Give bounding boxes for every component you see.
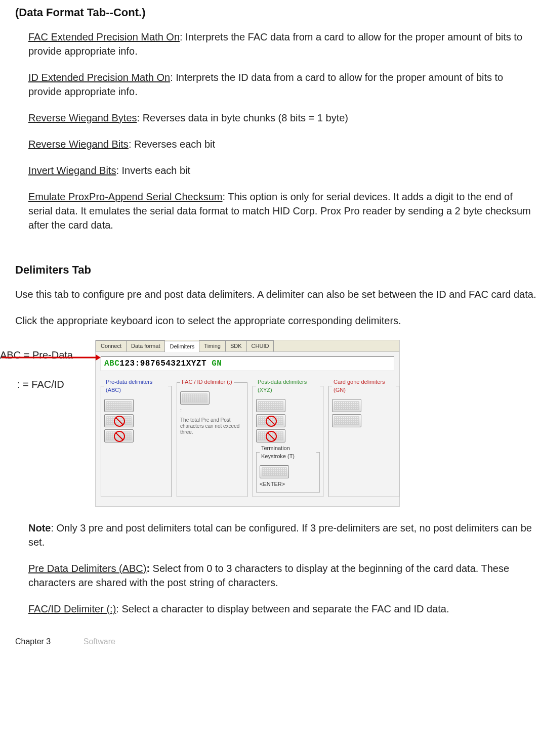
- page-footer: Chapter 3 Software: [15, 636, 539, 647]
- def-emulate: Emulate ProxPro-Append Serial Checksum: …: [28, 190, 539, 232]
- facid-note: The total Pre and Post characters can no…: [180, 417, 241, 435]
- term-inv-bits: Invert Wiegand Bits: [28, 165, 116, 176]
- tab-sdk[interactable]: SDK: [225, 340, 247, 351]
- text-rev-bits: : Reverses each bit: [129, 139, 215, 150]
- def-facid-delim: FAC/ID Delimiter (:): Select a character…: [28, 602, 539, 616]
- display-t: T: [201, 359, 206, 368]
- heading-delimiters-tab: Delimiters Tab: [15, 262, 539, 278]
- legend-card-gone: Card gone delimiters (GN): [332, 378, 396, 394]
- display-abc: ABC: [104, 359, 119, 368]
- term-facid-delim: FAC/ID Delimiter (:): [28, 603, 116, 614]
- def-inv-bits: Invert Wiegand Bits: Inverts each bit: [28, 163, 539, 177]
- display-colon: :: [135, 359, 140, 368]
- keyboard-disabled-icon[interactable]: [104, 414, 134, 427]
- legend-termination: Termination Keystroke (T): [260, 444, 316, 460]
- term-fac-ext: FAC Extended Precision Math On: [28, 31, 180, 42]
- term-id-ext: ID Extended Precision Math On: [28, 72, 170, 83]
- term-rev-bits: Reverse Wiegand Bits: [28, 139, 129, 150]
- display-gn: GN: [206, 359, 222, 368]
- keyboard-icon[interactable]: [260, 465, 289, 478]
- tab-delimiters[interactable]: Delimiters: [164, 341, 199, 352]
- tab-connect[interactable]: Connect: [96, 340, 127, 351]
- text-rev-bytes: : Reverses data in byte chunks (8 bits =…: [137, 112, 348, 123]
- legend-pre-data: Pre-data delimiters (ABC): [104, 378, 168, 394]
- heading-data-format-cont: (Data Format Tab--Cont.): [15, 5, 539, 21]
- note-text: : Only 3 pre and post delimiters total c…: [28, 522, 532, 548]
- display-xyz: XYZ: [186, 359, 201, 368]
- keyboard-icon[interactable]: [332, 414, 361, 427]
- group-card-gone: Card gone delimiters (GN): [328, 378, 399, 497]
- def-id-ext: ID Extended Precision Math On: Interpret…: [28, 70, 539, 99]
- keyboard-icon[interactable]: [104, 399, 134, 412]
- def-fac-ext: FAC Extended Precision Math On: Interpre…: [28, 30, 539, 58]
- term-emulate: Emulate ProxPro-Append Serial Checksum: [28, 191, 223, 202]
- facid-value: :: [180, 407, 244, 414]
- text-facid-delim: : Select a character to display between …: [116, 603, 449, 614]
- callout-colon: : = FAC/ID: [17, 377, 81, 391]
- def-rev-bits: Reverse Wiegand Bits: Reverses each bit: [28, 137, 539, 151]
- group-post-data: Post-data delimiters (XYZ) Termination K…: [253, 378, 323, 497]
- def-pre-data-delim: Pre Data Delimiters (ABC): Select from 0…: [28, 561, 539, 590]
- display-fac: 123: [119, 359, 135, 368]
- keyboard-disabled-icon[interactable]: [256, 414, 285, 427]
- group-fac-id: FAC / ID delimiter (:) : The total Pre a…: [177, 378, 247, 497]
- delimiters-intro-2: Click the appropriate keyboard icon to s…: [15, 314, 539, 328]
- footer-chapter: Chapter 3: [15, 637, 51, 646]
- keyboard-icon[interactable]: [332, 399, 361, 412]
- display-id: 987654321: [140, 359, 186, 368]
- arrow-icon: [2, 354, 101, 361]
- keyboard-icon[interactable]: [256, 399, 285, 412]
- keyboard-icon[interactable]: [180, 391, 210, 405]
- note-label: Note: [28, 522, 51, 533]
- tab-timing[interactable]: Timing: [199, 340, 226, 351]
- def-rev-bytes: Reverse Wiegand Bytes: Reverses data in …: [28, 111, 539, 125]
- tab-data-format[interactable]: Data format: [126, 340, 165, 351]
- term-rev-bytes: Reverse Wiegand Bytes: [28, 112, 137, 123]
- keyboard-disabled-icon[interactable]: [256, 429, 285, 442]
- group-pre-data: Pre-data delimiters (ABC): [101, 378, 172, 497]
- group-termination: Termination Keystroke (T) <ENTER>: [256, 444, 320, 493]
- term-pre-data-delim: Pre Data Delimiters (ABC): [28, 563, 146, 574]
- legend-post-data: Post-data delimiters (XYZ): [256, 378, 320, 394]
- tab-chuid[interactable]: CHUID: [246, 340, 274, 351]
- delimiters-screenshot: Connect Data format Delimiters Timing SD…: [95, 340, 400, 507]
- footer-section: Software: [84, 637, 115, 646]
- keyboard-disabled-icon[interactable]: [104, 429, 134, 442]
- legend-fac-id: FAC / ID delimiter (:): [180, 378, 234, 386]
- termination-value: <ENTER>: [260, 480, 316, 488]
- display-field: ABC123:987654321XYZT GN: [101, 356, 394, 371]
- delimiters-intro-1: Use this tab to configure pre and post d…: [15, 287, 539, 301]
- note-paragraph: Note: Only 3 pre and post delimiters tot…: [28, 521, 539, 549]
- tab-strip: Connect Data format Delimiters Timing SD…: [96, 340, 399, 352]
- text-inv-bits: : Inverts each bit: [116, 165, 190, 176]
